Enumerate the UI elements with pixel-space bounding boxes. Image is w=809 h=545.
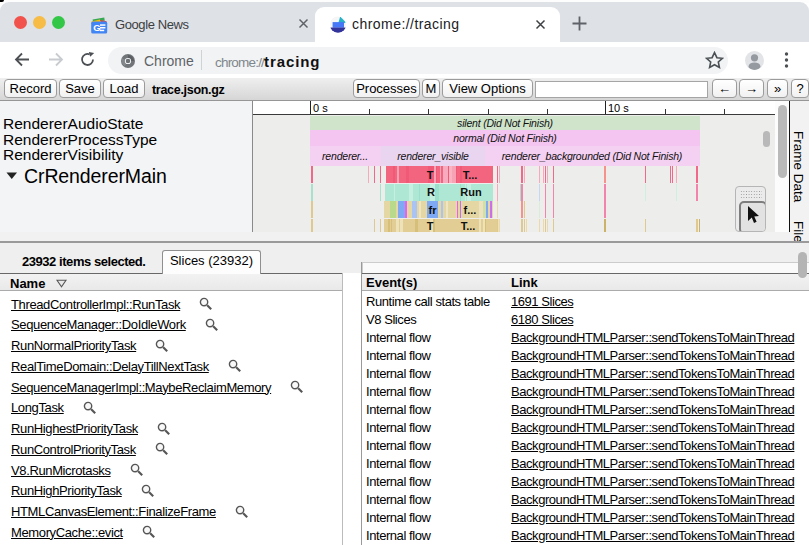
svg-text:G: G [93,22,100,33]
